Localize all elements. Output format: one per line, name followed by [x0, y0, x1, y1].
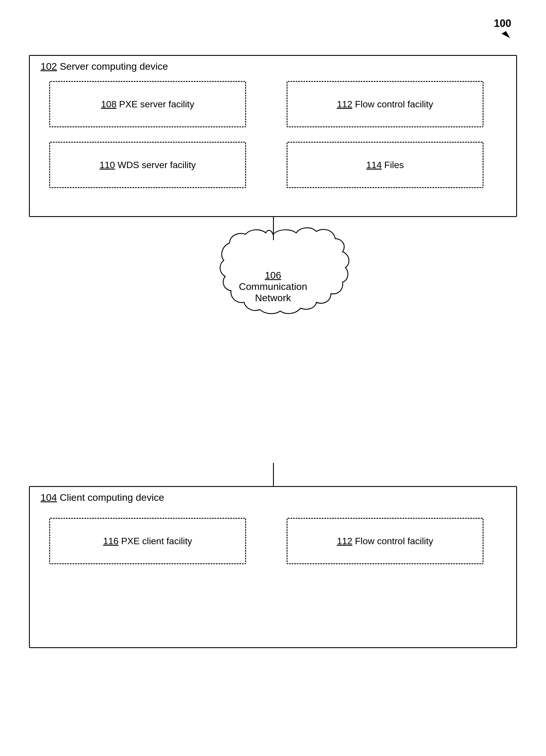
client-box-label: 104 Client computing device [41, 492, 164, 503]
flow-control-client-text: Flow control facility [355, 536, 433, 546]
server-box-label: 102 Server computing device [41, 61, 168, 72]
pxe-client-text: PXE client facility [121, 536, 192, 546]
network-label: 106 Communication Network [239, 270, 307, 303]
flow-control-server-ref: 112 [337, 99, 352, 109]
files-box: 114 Files [287, 142, 484, 188]
files-text: Files [384, 160, 404, 170]
wds-server-box: 110 WDS server facility [49, 142, 246, 188]
network-section: 106 Communication Network [0, 217, 546, 420]
files-label: 114 Files [366, 160, 404, 170]
files-ref: 114 [366, 160, 382, 170]
flow-control-server-label: 112 Flow control facility [337, 99, 433, 110]
network-ref: 106 [265, 270, 282, 281]
pxe-server-box: 108 PXE server facility [49, 81, 246, 127]
client-ref: 104 [41, 492, 57, 503]
figure-number: 100 [494, 17, 511, 30]
wds-server-text: WDS server facility [117, 160, 196, 170]
server-ref: 102 [41, 61, 57, 72]
pxe-server-label: 108 PXE server facility [101, 99, 194, 110]
figure-arrow-icon [501, 31, 510, 41]
client-computing-device-box [29, 486, 517, 648]
page: 100 102 Server computing device 108 PXE … [0, 0, 546, 756]
pxe-client-box: 116 PXE client facility [49, 518, 246, 564]
flow-control-client-ref: 112 [337, 536, 352, 546]
network-line2: Network [239, 292, 307, 303]
flow-control-server-box: 112 Flow control facility [287, 81, 484, 127]
line-network-to-client [273, 463, 274, 487]
wds-server-ref: 110 [100, 160, 115, 170]
pxe-client-label: 116 PXE client facility [103, 536, 192, 547]
flow-control-client-box: 112 Flow control facility [287, 518, 484, 564]
pxe-client-ref: 116 [103, 536, 118, 546]
pxe-server-text: PXE server facility [119, 99, 194, 109]
server-computing-device-box [29, 55, 517, 217]
wds-server-label: 110 WDS server facility [100, 160, 196, 170]
flow-control-server-text: Flow control facility [355, 99, 433, 109]
flow-control-client-label: 112 Flow control facility [337, 536, 433, 547]
network-line1: Communication [239, 281, 307, 292]
client-label-text: Client computing device [60, 492, 164, 503]
server-label-text: Server computing device [60, 61, 168, 72]
pxe-server-ref: 108 [101, 99, 116, 109]
cloud-container: 106 Communication Network [192, 217, 354, 356]
